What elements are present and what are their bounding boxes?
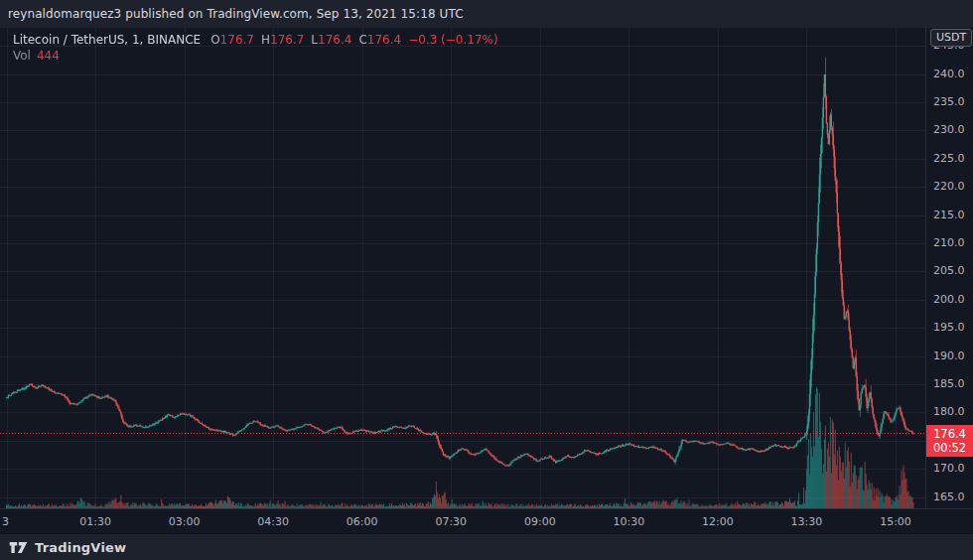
price-tick-label: 165.0 bbox=[933, 491, 965, 503]
price-tick-label: 195.0 bbox=[933, 322, 965, 334]
tradingview-logo-icon[interactable] bbox=[9, 539, 28, 556]
bar-countdown: 00:52 bbox=[933, 441, 973, 455]
last-price-label: 176.4 00:52 bbox=[926, 425, 973, 457]
ohlc-low: L176.4 bbox=[311, 33, 351, 47]
price-tick-label: 185.0 bbox=[933, 378, 965, 390]
price-tick-label: 225.0 bbox=[933, 153, 965, 165]
price-tick-label: 190.0 bbox=[933, 350, 965, 362]
symbol-title[interactable]: Litecoin / TetherUS, 1, BINANCE bbox=[13, 33, 201, 47]
time-tick-label: 01:30 bbox=[79, 515, 111, 528]
price-tick-label: 210.0 bbox=[933, 237, 965, 249]
chart-legend: Litecoin / TetherUS, 1, BINANCEO176.7H17… bbox=[13, 33, 498, 64]
publish-info-link[interactable]: reynaldomarquez3 published on TradingVie… bbox=[8, 7, 464, 21]
price-tick-label: 170.0 bbox=[933, 463, 965, 475]
ohlc-close: C176.4 bbox=[358, 33, 401, 47]
chart-pane: Litecoin / TetherUS, 1, BINANCEO176.7H17… bbox=[0, 28, 925, 508]
price-tick-label: 180.0 bbox=[933, 406, 965, 418]
volume-legend: Vol444 bbox=[13, 49, 498, 64]
ohlc-high: H176.7 bbox=[261, 33, 304, 47]
price-tick-label: 230.0 bbox=[933, 124, 965, 136]
currency-badge: USDT bbox=[930, 29, 972, 47]
time-tick-label: 15:00 bbox=[880, 515, 911, 528]
price-tick-label: 235.0 bbox=[933, 96, 965, 108]
time-tick-label: 06:00 bbox=[347, 515, 378, 528]
volume-value: 444 bbox=[37, 49, 60, 63]
volume-label: Vol bbox=[13, 49, 31, 63]
price-tick-label: 220.0 bbox=[933, 181, 965, 193]
footer-bar: TradingView bbox=[0, 533, 973, 560]
time-tick-label: 09:00 bbox=[524, 515, 556, 528]
last-price-value: 176.4 bbox=[933, 427, 973, 441]
published-chart-page: reynaldomarquez3 published on TradingVie… bbox=[0, 0, 973, 560]
time-tick-label: 04:30 bbox=[257, 515, 289, 528]
time-tick-label: 07:30 bbox=[435, 515, 467, 528]
time-tick-label: 3 bbox=[2, 515, 9, 528]
price-tick-label: 240.0 bbox=[933, 69, 965, 80]
brand-name[interactable]: TradingView bbox=[35, 540, 126, 555]
change-value: −0.3 (−0.17%) bbox=[408, 33, 498, 47]
price-tick-label: 205.0 bbox=[933, 265, 965, 277]
price-tick-label: 200.0 bbox=[933, 294, 965, 306]
price-chart-canvas[interactable] bbox=[0, 28, 925, 508]
time-tick-label: 12:00 bbox=[702, 515, 734, 528]
price-axis[interactable]: USDT 176.4 00:52 245.0240.0235.0230.0225… bbox=[925, 28, 973, 533]
price-tick-label: 215.0 bbox=[933, 210, 965, 221]
time-axis[interactable]: 301:3003:0004:3006:0007:3009:0010:3012:0… bbox=[0, 508, 973, 533]
time-tick-label: 03:00 bbox=[169, 515, 201, 528]
ohlc-open: O176.7 bbox=[210, 33, 254, 47]
time-tick-label: 10:30 bbox=[613, 515, 644, 528]
time-tick-label: 13:30 bbox=[791, 515, 823, 528]
publish-info-bar: reynaldomarquez3 published on TradingVie… bbox=[0, 0, 973, 28]
